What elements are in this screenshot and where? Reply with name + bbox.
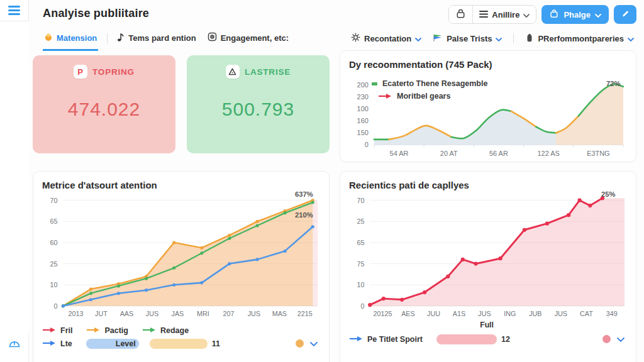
stat-header: LASTRISE [187,65,330,79]
stat-value: 500.793 [187,99,330,120]
tab-engagement[interactable]: Engagement, etc: [206,30,290,51]
series-dot[interactable] [602,335,611,343]
stat-label: LASTRISE [245,67,291,77]
view-dropdown-label: Anillire [492,10,519,19]
svg-text:MRI: MRI [197,310,209,317]
pill-marker [436,334,497,344]
svg-text:207: 207 [223,310,234,317]
svg-text:JUT: JUT [95,310,108,317]
legend-item[interactable]: Fril [42,326,72,335]
chart-svg: 0107565257020125AESJUUA1SJUSINGJUBJUSCAT… [349,192,627,331]
chevron-down-icon [523,10,530,19]
pill-marker [150,339,208,349]
svg-text:10: 10 [50,281,57,288]
chart-title: Metrice d'atsourt atention [42,179,320,192]
svg-text:JUS: JUS [555,310,567,318]
svg-text:54 AR: 54 AR [390,150,409,157]
primary-action-button[interactable]: Phalge [541,5,609,24]
tab-tems-pard-ention[interactable]: Tems pard ention [115,30,197,52]
stat-cards: P TOPRING 474.022 LASTRISE 500.793 [33,55,330,153]
svg-text:56 AR: 56 AR [489,150,508,157]
chevron-down-icon [496,34,502,43]
legend-row: FrilPactigRedage [42,324,320,337]
chevron-down-icon[interactable] [310,339,318,348]
stat-card-lastrise: LASTRISE 500.793 [187,55,330,153]
divider [513,33,514,43]
filter-prerfommontpareries[interactable]: PRerfommontpareries [525,33,634,45]
svg-text:2215: 2215 [297,310,313,317]
svg-text:JUS: JUS [146,310,158,317]
view-dropdown[interactable]: Anillire [473,6,536,23]
legend-item[interactable]: Lte [42,339,72,348]
svg-text:E3TNG: E3TNG [587,150,609,157]
chart-svg: 015016010023020054 AR20 AT56 AR122 ASE3T… [349,71,627,162]
svg-text:2013: 2013 [69,310,84,317]
svg-text:0: 0 [365,141,369,148]
svg-text:122 AS: 122 AS [538,150,560,157]
svg-text:65: 65 [357,239,364,246]
divider [28,333,29,362]
stat-value: 474.022 [33,99,175,120]
legend-item[interactable]: Pe Titlet Spoirt [349,335,423,344]
arrow-marker-icon [86,326,100,335]
arrow-marker-icon [142,326,156,335]
legend-label: 12 [501,335,510,344]
legend-label: Fril [60,326,72,335]
filter-label: PRerfommontpareries [538,34,624,43]
stat-header: P TOPRING [33,65,175,79]
edit-button[interactable] [614,5,636,24]
header-actions: Anillire Phalge [448,5,636,24]
legend-item[interactable]: Level [86,339,136,349]
lock-icon [455,8,467,21]
stat-card-topring: P TOPRING 474.022 [33,55,175,153]
svg-text:20 AT: 20 AT [440,150,458,157]
svg-text:ING: ING [504,310,516,318]
tab-label: Engagement, etc: [221,33,289,43]
svg-text:72%: 72% [606,80,621,87]
svg-text:JUS: JUS [478,310,491,318]
series-dot[interactable] [296,339,304,348]
menu-icon[interactable] [8,6,21,16]
chart-legend: FrilPactigRedageLteLevel11 [42,324,320,350]
svg-text:Full: Full [480,321,494,329]
chevron-down-icon[interactable] [617,335,625,344]
legend-item[interactable]: 11 [150,339,220,349]
bag-icon [549,8,559,21]
legend-label: Level [116,339,136,348]
lock-button[interactable] [449,6,472,23]
filter-recontation[interactable]: Recontation [351,33,421,44]
legend-item[interactable]: 12 [436,334,510,344]
arrow-marker-icon [42,339,56,348]
svg-text:25%: 25% [601,192,615,198]
gauge-icon[interactable] [7,336,22,353]
divider [28,0,29,21]
svg-text:MAS: MAS [272,310,287,317]
chevron-down-icon [628,34,634,43]
svg-text:637%: 637% [295,192,313,198]
svg-text:65: 65 [50,217,57,225]
target-icon [208,32,217,43]
chart-metrics: 010256065702013JUTAASJUSJASMRI207JUSMAS2… [42,192,320,322]
p-icon: P [74,65,87,79]
filters: Recontation Palse Trists PRerfomm [351,33,634,48]
legend-item[interactable]: Redage [142,326,189,335]
svg-text:230: 230 [357,93,369,101]
chart-recients: 0107565257020125AESJUUA1SJUSINGJUBJUSCAT… [349,192,627,331]
svg-text:JUU: JUU [427,310,440,318]
divider [107,33,108,43]
tab-matension[interactable]: Matension [43,30,98,51]
card-recients-chart: Recientics pati de capllyes 010756525702… [340,171,636,362]
chevron-down-icon [415,34,421,43]
triangle-icon [226,65,240,79]
legend-label: Pactig [104,326,128,335]
pencil-icon [621,9,630,20]
legend-item[interactable]: Pactig [86,326,128,335]
arrow-marker-icon [349,335,363,344]
filter-palse-trists[interactable]: Palse Trists [433,33,502,44]
header-button-group: Anillire [448,5,536,24]
legend-trailing-controls [602,335,625,344]
svg-text:10: 10 [357,281,364,288]
chevron-down-icon [595,10,601,19]
chart-title: Recientics pati de capllyes [349,179,627,192]
svg-text:70: 70 [357,197,364,204]
